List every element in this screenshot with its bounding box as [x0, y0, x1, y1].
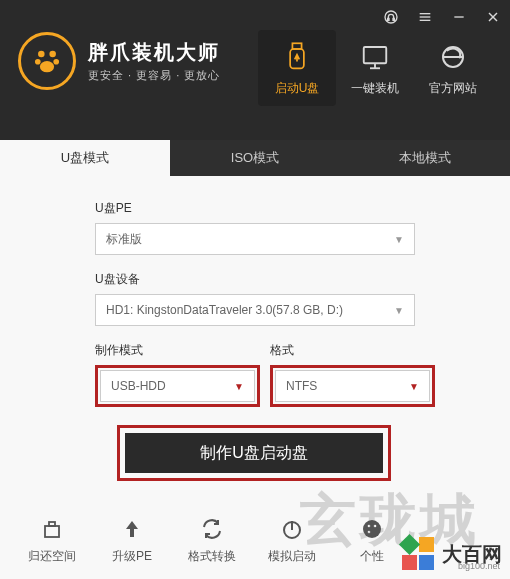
palette-icon [359, 516, 385, 542]
chevron-down-icon: ▼ [234, 381, 244, 392]
nav-label: 官方网站 [429, 80, 477, 97]
tool-upgrade-pe[interactable]: 升级PE [92, 516, 172, 565]
svg-rect-18 [45, 526, 59, 537]
tool-sim-boot[interactable]: 模拟启动 [252, 516, 332, 565]
pe-value: 标准版 [106, 231, 142, 248]
paw-icon [18, 32, 76, 90]
svg-point-22 [363, 520, 381, 538]
nav-label: 启动U盘 [275, 80, 320, 97]
svg-point-23 [368, 525, 371, 528]
upgrade-icon [119, 516, 145, 542]
tab-local-mode[interactable]: 本地模式 [340, 140, 510, 176]
highlight-frame: USB-HDD ▼ [95, 365, 260, 407]
svg-point-10 [53, 59, 59, 65]
pe-select[interactable]: 标准版 ▼ [95, 223, 415, 255]
svg-rect-13 [292, 43, 301, 49]
brand-subtitle: 更安全 · 更容易 · 更放心 [88, 68, 220, 83]
mode-value: USB-HDD [111, 379, 166, 393]
svg-point-25 [368, 531, 371, 534]
tool-restore-space[interactable]: 归还空间 [12, 516, 92, 565]
nav-website[interactable]: 官方网站 [414, 30, 492, 106]
format-label: 格式 [270, 342, 435, 359]
brand-title: 胖爪装机大师 [88, 39, 220, 66]
pe-label: U盘PE [95, 200, 450, 217]
highlight-frame: 制作U盘启动盘 [117, 425, 391, 481]
close-icon[interactable] [484, 8, 502, 26]
mode-select[interactable]: USB-HDD ▼ [100, 370, 255, 402]
minimize-icon[interactable] [450, 8, 468, 26]
chevron-down-icon: ▼ [409, 381, 419, 392]
nav-usb-boot[interactable]: 启动U盘 [258, 30, 336, 106]
tool-format-convert[interactable]: 格式转换 [172, 516, 252, 565]
nav-oneclick[interactable]: 一键装机 [336, 30, 414, 106]
device-value: HD1: KingstonDataTraveler 3.0(57.8 GB, D… [106, 303, 343, 317]
format-value: NTFS [286, 379, 317, 393]
highlight-frame: NTFS ▼ [270, 365, 435, 407]
device-select[interactable]: HD1: KingstonDataTraveler 3.0(57.8 GB, D… [95, 294, 415, 326]
tab-usb-mode[interactable]: U盘模式 [0, 140, 170, 176]
chevron-down-icon: ▼ [394, 234, 404, 245]
format-select[interactable]: NTFS ▼ [275, 370, 430, 402]
chevron-down-icon: ▼ [394, 305, 404, 316]
tool-personalize[interactable]: 个性 [332, 516, 412, 565]
monitor-icon [358, 40, 392, 74]
nav-label: 一键装机 [351, 80, 399, 97]
convert-icon [199, 516, 225, 542]
support-icon[interactable] [382, 8, 400, 26]
svg-point-24 [374, 525, 377, 528]
menu-icon[interactable] [416, 8, 434, 26]
mode-label: 制作模式 [95, 342, 260, 359]
usb-icon [280, 40, 314, 74]
svg-point-0 [385, 11, 397, 23]
svg-point-11 [40, 61, 54, 72]
brand-logo: 胖爪装机大师 更安全 · 更容易 · 更放心 [18, 32, 220, 90]
device-label: U盘设备 [95, 271, 450, 288]
svg-point-8 [49, 51, 56, 58]
make-usb-button[interactable]: 制作U盘启动盘 [125, 433, 383, 473]
svg-rect-14 [364, 47, 387, 63]
svg-point-7 [38, 51, 45, 58]
svg-point-9 [35, 59, 41, 65]
ie-icon [436, 40, 470, 74]
restore-icon [39, 516, 65, 542]
svg-rect-19 [49, 522, 55, 526]
power-icon [279, 516, 305, 542]
tab-iso-mode[interactable]: ISO模式 [170, 140, 340, 176]
